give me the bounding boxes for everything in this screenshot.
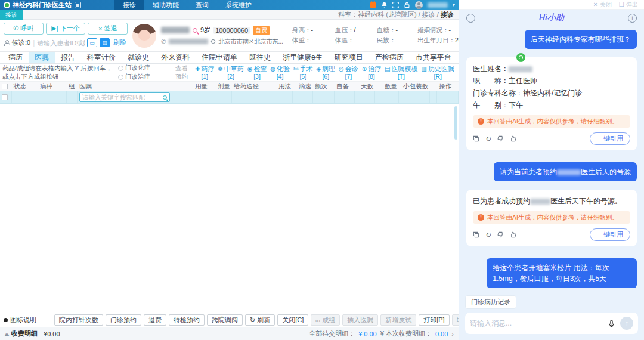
order-type-therapy[interactable]: ⊕治疗[8] [362, 65, 381, 81]
lock-icon[interactable] [404, 2, 410, 8]
injection-count-button[interactable]: 院内打针次数 [54, 314, 103, 326]
special-exam-appointment-button[interactable]: 特检预约 [169, 314, 205, 326]
search-icon[interactable] [163, 95, 167, 100]
assistant-entry-icon[interactable] [516, 53, 525, 62]
menu-item-query[interactable]: 查询 [187, 0, 217, 10]
assistant-header: − Hi小助 + [459, 10, 644, 26]
bell-icon[interactable] [381, 2, 388, 8]
tab-visit-history[interactable]: 就诊史 [122, 52, 155, 63]
order-type-surgery[interactable]: ✄手术[5] [293, 65, 312, 81]
order-type-lab[interactable]: ◍化验[4] [270, 65, 290, 81]
radio-treatment[interactable]: 门诊治疗 [118, 73, 150, 81]
thumbs-up-icon[interactable] [510, 231, 516, 238]
collapse-icon[interactable]: ▴▴ [5, 331, 8, 337]
session-line: 午 别：下午 [473, 99, 630, 111]
order-keyword-input[interactable] [82, 94, 160, 101]
tab-city-platform[interactable]: 市共享平台 [410, 52, 457, 63]
panel-popout-button[interactable]: ❐弹出 [619, 1, 638, 9]
main-menu: 接诊 辅助功能 查询 系统维护 [114, 0, 260, 10]
order-type-exam[interactable]: ◉检查[3] [247, 65, 267, 81]
order-type-herbal[interactable]: ❁中草药[2] [218, 65, 243, 81]
regenerate-icon[interactable]: ↻ [485, 231, 491, 239]
regenerate-icon[interactable]: ↻ [485, 135, 491, 143]
tab-past-history[interactable]: 既往史 [243, 52, 277, 63]
search-patient-icon[interactable] [193, 28, 197, 33]
send-button[interactable]: ↑ [620, 317, 633, 330]
microphone-icon[interactable] [608, 320, 615, 327]
quote-button[interactable]: 一键引用 [590, 132, 630, 145]
new-chat-icon[interactable]: + [628, 14, 637, 23]
thumbs-down-icon[interactable] [497, 231, 504, 238]
signout-button[interactable]: ×签退 [88, 23, 128, 35]
tab-prenatal[interactable]: 产检病历 [369, 52, 410, 63]
order-type-history[interactable]: ▥历史医嘱[R] [421, 65, 454, 81]
refund-button[interactable]: 退费 [144, 314, 166, 326]
row-checkbox[interactable] [2, 94, 8, 100]
tab-health-e[interactable]: 浙里健康e生 [277, 52, 329, 63]
titlebar-icons: ▾ [370, 1, 455, 9]
consult-icon: ◎ [339, 66, 344, 72]
col-dosage: 用量 [178, 82, 209, 91]
tab-dept-pricing[interactable]: 科室计价 [81, 52, 122, 63]
workstation-switch-icon[interactable] [75, 2, 81, 8]
order-type-medication[interactable]: ✚药疗[1] [195, 65, 214, 81]
view-appointment-link[interactable]: 查看预约 [175, 64, 191, 80]
thumbs-down-icon[interactable] [497, 135, 504, 142]
copy-icon[interactable] [473, 135, 479, 142]
menu-item-reception[interactable]: 接诊 [114, 0, 144, 10]
card-reader-icon[interactable]: ▭ [87, 38, 97, 47]
clinic-appointment-button[interactable]: 门诊预约 [106, 314, 141, 326]
redacted-username [428, 2, 448, 8]
insurance-card-icon[interactable]: ▤ [100, 38, 110, 47]
record-chip[interactable]: 门诊病历记录 [465, 295, 516, 309]
refresh-button[interactable]: ↻刷新 [245, 314, 275, 326]
popout-icon: ❐ [619, 1, 624, 8]
tab-research[interactable]: 研究项目 [329, 52, 369, 63]
pay-type-badge: 自费 [253, 26, 270, 35]
patient-bar: ✆呼叫 ▶|下一个 ×签退 候诊:0 | ▭ ▤ 刷脸 [0, 20, 459, 52]
panel-close-button[interactable]: ✕关闭 [593, 1, 612, 9]
call-button[interactable]: ✆呼叫 [4, 23, 44, 35]
vital-label: 体重： [292, 36, 311, 44]
quote-button[interactable]: 一键引用 [590, 228, 630, 241]
print-button[interactable]: 打印[P] [419, 314, 449, 326]
bag-icon[interactable] [370, 2, 376, 8]
message-input[interactable] [470, 319, 603, 327]
group-button[interactable]: ∞成组 [311, 314, 340, 326]
face-scan-button[interactable]: 刷脸 [112, 38, 128, 47]
message-actions: ↻ 一键引用 [473, 228, 630, 241]
icon-legend[interactable]: 图标说明 [4, 316, 36, 324]
tab-orders[interactable]: 医嘱 [29, 52, 55, 63]
fee-detail-label[interactable]: 收费明细 [11, 329, 38, 338]
app-logo-icon [4, 2, 10, 8]
thumbs-up-icon[interactable] [510, 135, 516, 142]
tab-reports[interactable]: 报告 [55, 52, 81, 63]
order-type-consult[interactable]: ◎会诊[7] [339, 65, 358, 81]
user-avatar[interactable] [415, 1, 423, 9]
radio-chemo[interactable]: 门诊化疗 [118, 64, 150, 72]
cross-hospital-button[interactable]: 跨院调阅 [207, 314, 243, 326]
expand-arrow-icon[interactable]: › [451, 330, 454, 338]
scrollbar-thumb[interactable] [454, 106, 457, 140]
tab-admission-request[interactable]: 住院申请单 [196, 52, 243, 63]
insert-order-button[interactable]: 插入医嘱 [342, 314, 378, 326]
add-skin-test-button[interactable]: 新增皮试 [380, 314, 416, 326]
copy-icon[interactable] [473, 231, 479, 238]
pathology-icon: ◈ [316, 66, 321, 72]
order-type-pathology[interactable]: ◈病理[6] [316, 65, 335, 81]
close-button[interactable]: 关闭[C] [277, 314, 308, 326]
next-patient-button[interactable]: ▶|下一个 [46, 23, 86, 35]
order-type-template[interactable]: ▤医嘱模板[T] [385, 65, 417, 81]
exam-icon: ◉ [247, 66, 253, 72]
menu-item-aux[interactable]: 辅助功能 [144, 0, 187, 10]
menu-item-maintenance[interactable]: 系统维护 [217, 0, 260, 10]
select-all-checkbox[interactable] [2, 84, 8, 89]
fullscreen-icon[interactable] [392, 2, 399, 8]
minimize-icon[interactable]: − [466, 14, 475, 23]
patient-identity: 9岁 100000060 自费 ✆ 北京市市辖区北京市东... [161, 26, 289, 46]
tab-external-data[interactable]: 外来资料 [155, 52, 196, 63]
tab-medical-record[interactable]: 病历 [2, 52, 29, 63]
patient-search-input[interactable] [37, 39, 85, 47]
subtab-reception[interactable]: 接诊 [0, 10, 23, 20]
chevron-down-icon[interactable]: ▾ [453, 2, 455, 8]
